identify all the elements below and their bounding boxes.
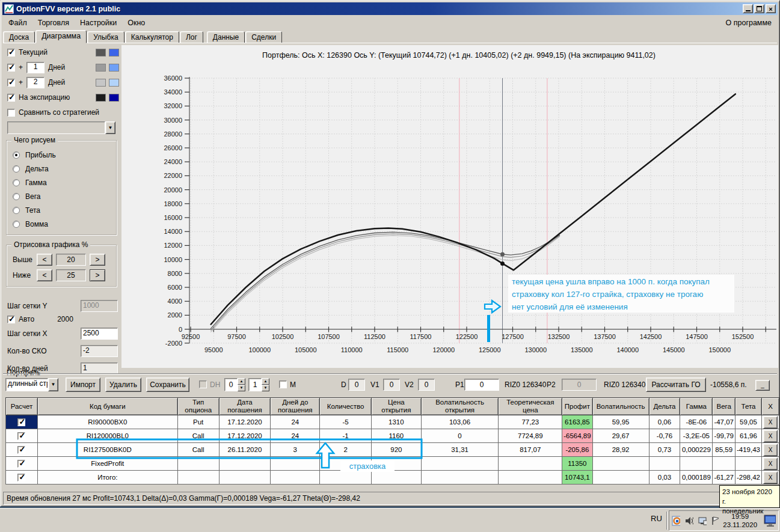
v1-input[interactable]: 0 <box>383 379 400 391</box>
cell-open_price[interactable] <box>372 471 422 485</box>
cell-gamma[interactable]: 0,000229 <box>680 443 713 457</box>
m-checkbox[interactable] <box>279 381 287 388</box>
cell-delta[interactable]: 0,03 <box>649 471 680 485</box>
cell-days[interactable]: 24 <box>271 429 320 443</box>
column-header-days[interactable]: Дней до погашения <box>271 398 320 415</box>
p2-input[interactable]: 0 <box>562 379 597 391</box>
remove-row-button[interactable]: X <box>763 444 778 456</box>
grid-x-input[interactable]: 2500 <box>81 328 118 340</box>
minimize-button[interactable] <box>743 4 753 13</box>
cell-theta[interactable]: -298,42 <box>735 471 761 485</box>
dh-checkbox[interactable] <box>199 381 207 388</box>
tab-улыбка[interactable]: Улыбка <box>87 31 124 43</box>
cell-type[interactable]: Call <box>177 429 219 443</box>
radio-гамма[interactable] <box>13 179 20 186</box>
cell-code[interactable]: RI90000BX0 <box>37 415 177 429</box>
menu-about[interactable]: О программе <box>720 17 777 28</box>
cell-gamma[interactable]: -3,2E-05 <box>680 429 713 443</box>
desktop-monitor-icon[interactable] <box>764 515 776 527</box>
cell-code[interactable]: RI120000BL0 <box>37 429 177 443</box>
cell-type[interactable] <box>177 471 219 485</box>
radio-прибыль[interactable] <box>13 151 20 159</box>
cell-delta[interactable] <box>649 457 680 471</box>
cell-date[interactable]: 17.12.2020 <box>219 415 271 429</box>
collapse-button[interactable]: _ <box>755 380 770 391</box>
dh-spinner-1[interactable]: 0▲▼ <box>224 378 245 391</box>
radio-тета[interactable] <box>13 207 20 214</box>
plus1-days-input[interactable]: 1 <box>26 62 45 73</box>
compare-strategy-checkbox[interactable] <box>7 109 15 117</box>
above-value[interactable]: 20 <box>56 254 86 266</box>
cell-calc[interactable] <box>6 415 38 429</box>
menu-window[interactable]: Окно <box>122 17 150 28</box>
remove-row-button[interactable]: X <box>763 457 778 470</box>
profit-chart[interactable]: 3600034000320003000028000260002400022000… <box>121 61 778 364</box>
calc-checkbox[interactable] <box>17 432 25 440</box>
menu-trading[interactable]: Торговля <box>32 17 75 28</box>
column-header-vega[interactable]: Вега <box>713 398 735 415</box>
chevron-down-icon[interactable]: ▼ <box>105 121 115 134</box>
p1-input[interactable]: 0 <box>464 379 499 391</box>
calc-checkbox[interactable] <box>17 474 25 482</box>
cell-calc[interactable] <box>6 443 38 457</box>
column-header-qty[interactable]: Количество <box>320 398 372 415</box>
cell-gamma[interactable]: 0,000189 <box>680 471 713 485</box>
radio-дельта[interactable] <box>13 165 20 173</box>
cell-vol[interactable]: 59,95 <box>592 415 649 429</box>
close-button[interactable]: × <box>766 4 776 13</box>
column-header-theo[interactable]: Теоретическая цена <box>499 398 562 415</box>
cell-profit[interactable]: 6163,85 <box>562 415 592 429</box>
cell-vol[interactable] <box>592 471 649 485</box>
cell-vega[interactable]: 85,59 <box>713 443 735 457</box>
current-checkbox[interactable] <box>7 49 15 57</box>
remove-row-button[interactable]: X <box>763 430 778 442</box>
cell-vega[interactable] <box>713 457 735 471</box>
cell-vega[interactable]: -47,07 <box>713 415 735 429</box>
cell-date[interactable]: 17.12.2020 <box>219 429 271 443</box>
column-header-type[interactable]: Тип опциона <box>177 398 219 415</box>
flag-icon[interactable] <box>711 516 719 526</box>
cell-theta[interactable]: 61,96 <box>735 429 761 443</box>
cell-qty[interactable] <box>320 471 372 485</box>
tab-сделки[interactable]: Сделки <box>245 31 282 43</box>
cell-vol[interactable]: 28,92 <box>592 443 649 457</box>
tab-лог[interactable]: Лог <box>180 31 203 43</box>
cell-theo[interactable] <box>499 457 562 471</box>
cell-profit[interactable]: -6564,89 <box>562 429 592 443</box>
save-button[interactable]: Сохранить <box>146 378 189 392</box>
cell-calc[interactable] <box>6 471 38 485</box>
cell-type[interactable]: Call <box>177 443 219 457</box>
menu-file[interactable]: Файл <box>3 17 32 28</box>
cell-theta[interactable]: 59,05 <box>735 415 761 429</box>
tab-данные[interactable]: Данные <box>207 31 245 43</box>
cell-delta[interactable]: -0,76 <box>649 429 680 443</box>
cell-days[interactable] <box>271 471 320 485</box>
cell-theo[interactable] <box>499 471 562 485</box>
app-tray-icon[interactable] <box>672 516 680 526</box>
cell-date[interactable]: 26.11.2020 <box>219 443 271 457</box>
column-header-profit[interactable]: Профит <box>562 398 592 415</box>
cell-code[interactable]: Итого: <box>37 471 177 485</box>
grid-y-input[interactable]: 1000 <box>81 300 118 312</box>
cell-profit[interactable]: 11350 <box>562 457 592 471</box>
column-header-date[interactable]: Дата погашения <box>219 398 271 415</box>
tab-диаграмма[interactable]: Диаграмма <box>35 30 87 43</box>
column-header-vol[interactable]: Волатильность <box>592 398 649 415</box>
calc-checkbox[interactable] <box>17 446 25 454</box>
network-icon[interactable] <box>698 516 707 526</box>
plus2-checkbox[interactable] <box>7 79 15 87</box>
cell-open_price[interactable]: 1160 <box>372 429 422 443</box>
column-header-open_vol[interactable]: Волатильность открытия <box>421 398 499 415</box>
tab-калькулятор[interactable]: Калькулятор <box>125 31 179 43</box>
plus2-days-input[interactable]: 2 <box>26 77 45 88</box>
cell-profit[interactable]: 10743,1 <box>562 471 592 485</box>
cell-theo[interactable]: 817,07 <box>499 443 562 457</box>
tab-доска[interactable]: Доска <box>3 31 35 43</box>
below-decrease-button[interactable]: < <box>37 269 52 281</box>
plus1-checkbox[interactable] <box>7 64 15 72</box>
cell-theta[interactable]: -419,43 <box>735 443 761 457</box>
remove-row-button[interactable]: X <box>763 416 778 429</box>
delete-button[interactable]: Удалить <box>105 378 141 392</box>
maximize-button[interactable] <box>754 4 764 13</box>
cell-code[interactable]: RI127500BK0D <box>37 443 177 457</box>
